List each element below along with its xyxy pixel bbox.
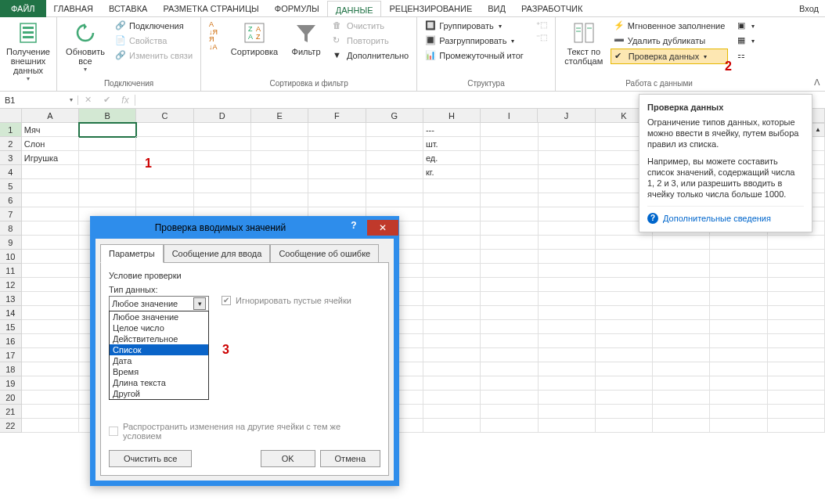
tab-settings[interactable]: Параметры [100, 244, 164, 263]
cell-F1[interactable] [308, 123, 366, 137]
dropdown-option[interactable]: Другой [110, 388, 208, 399]
tooltip-more-link[interactable]: ? Дополнительные сведения [647, 206, 804, 224]
cell-H4[interactable]: кг. [423, 165, 481, 179]
filter-button[interactable]: Фильтр [286, 19, 326, 58]
cell-E5[interactable] [251, 179, 308, 193]
cell-L22[interactable] [653, 419, 710, 433]
cell-H15[interactable] [423, 320, 481, 334]
dropdown-option[interactable]: Длина текста [110, 377, 208, 388]
cell-B3[interactable] [79, 151, 136, 165]
row-header-18[interactable]: 18 [0, 362, 22, 376]
reapply-button[interactable]: ↻Повторить [330, 34, 412, 48]
sort-az-button[interactable]: А↓Я [206, 19, 223, 33]
cell-M10[interactable] [710, 250, 767, 264]
cell-M21[interactable] [710, 405, 767, 419]
confirm-edit-button[interactable]: ✔ [97, 95, 116, 106]
cell-K21[interactable] [596, 405, 653, 419]
tab-formulas[interactable]: ФОРМУЛЫ [267, 0, 327, 17]
cell-J8[interactable] [539, 221, 596, 236]
cell-N11[interactable] [768, 264, 825, 278]
cell-J1[interactable] [539, 123, 596, 137]
cell-N18[interactable] [768, 362, 825, 376]
cell-A12[interactable] [22, 278, 79, 292]
cell-J10[interactable] [539, 250, 596, 264]
cell-H11[interactable] [423, 264, 481, 278]
cell-N9[interactable] [768, 236, 825, 250]
cell-E1[interactable] [251, 123, 308, 137]
row-header-6[interactable]: 6 [0, 193, 22, 207]
dialog-close-button[interactable]: ✕ [367, 220, 398, 236]
data-validation-button[interactable]: ✔Проверка данных▾ [611, 49, 729, 64]
cell-I7[interactable] [481, 207, 538, 221]
cell-J9[interactable] [539, 236, 596, 250]
col-header-E[interactable]: E [251, 109, 308, 123]
whatif-button[interactable]: ▦▾ [734, 34, 758, 48]
cell-K10[interactable] [596, 250, 653, 264]
dropdown-option[interactable]: Любое значение [110, 311, 208, 322]
ribbon-collapse-button[interactable]: ᐱ [814, 77, 820, 88]
cell-H13[interactable] [423, 292, 481, 306]
cell-I1[interactable] [481, 123, 538, 137]
cell-A14[interactable] [22, 306, 79, 320]
cell-K22[interactable] [596, 419, 653, 433]
tab-view[interactable]: ВИД [480, 0, 513, 17]
cell-I4[interactable] [481, 165, 538, 179]
cell-A7[interactable] [22, 207, 79, 221]
cell-H21[interactable] [423, 405, 481, 419]
cell-I22[interactable] [481, 419, 538, 433]
cell-J18[interactable] [539, 362, 596, 376]
cell-H19[interactable] [423, 376, 481, 391]
row-header-15[interactable]: 15 [0, 320, 22, 334]
cell-L16[interactable] [653, 334, 710, 348]
cell-L20[interactable] [653, 391, 710, 405]
cell-C1[interactable] [136, 123, 193, 137]
cell-J15[interactable] [539, 320, 596, 334]
tab-review[interactable]: РЕЦЕНЗИРОВАНИЕ [381, 0, 480, 17]
tab-file[interactable]: ФАЙЛ [0, 0, 46, 17]
get-external-data-button[interactable]: Получение внешних данных ▾ [5, 19, 52, 84]
cell-F2[interactable] [308, 137, 366, 151]
cell-M17[interactable] [710, 348, 767, 362]
cell-J7[interactable] [539, 207, 596, 221]
cell-D2[interactable] [194, 137, 251, 151]
row-header-8[interactable]: 8 [0, 221, 22, 236]
cell-A10[interactable] [22, 250, 79, 264]
hide-detail-button[interactable]: ⁻⬚ [533, 31, 550, 43]
cell-L9[interactable] [653, 236, 710, 250]
cell-A1[interactable]: Мяч [22, 123, 79, 137]
cell-K11[interactable] [596, 264, 653, 278]
cell-A6[interactable] [22, 193, 79, 207]
cell-N12[interactable] [768, 278, 825, 292]
cell-A5[interactable] [22, 179, 79, 193]
cell-N22[interactable] [768, 419, 825, 433]
cell-H7[interactable] [423, 207, 481, 221]
cell-I2[interactable] [481, 137, 538, 151]
cell-J19[interactable] [539, 376, 596, 391]
cell-J6[interactable] [539, 193, 596, 207]
cell-L17[interactable] [653, 348, 710, 362]
dropdown-option[interactable]: Дата [110, 355, 208, 366]
cell-G1[interactable] [366, 123, 423, 137]
row-header-1[interactable]: 1 [0, 123, 22, 137]
cell-H20[interactable] [423, 391, 481, 405]
cell-N10[interactable] [768, 250, 825, 264]
row-header-10[interactable]: 10 [0, 250, 22, 264]
cell-H18[interactable] [423, 362, 481, 376]
cell-I12[interactable] [481, 278, 538, 292]
cancel-button[interactable]: Отмена [320, 450, 380, 467]
cell-L14[interactable] [653, 306, 710, 320]
row-header-17[interactable]: 17 [0, 348, 22, 362]
cell-A20[interactable] [22, 391, 79, 405]
cell-J20[interactable] [539, 391, 596, 405]
cell-A17[interactable] [22, 348, 79, 362]
cell-D3[interactable] [194, 151, 251, 165]
cell-G5[interactable] [366, 179, 423, 193]
dropdown-option[interactable]: Целое число [110, 322, 208, 333]
col-header-B[interactable]: B [79, 109, 136, 123]
cell-I5[interactable] [481, 179, 538, 193]
cell-L12[interactable] [653, 278, 710, 292]
col-header-I[interactable]: I [481, 109, 538, 123]
cell-K13[interactable] [596, 292, 653, 306]
cell-H1[interactable]: --- [423, 123, 481, 137]
refresh-all-button[interactable]: Обновить все ▾ [62, 19, 109, 74]
